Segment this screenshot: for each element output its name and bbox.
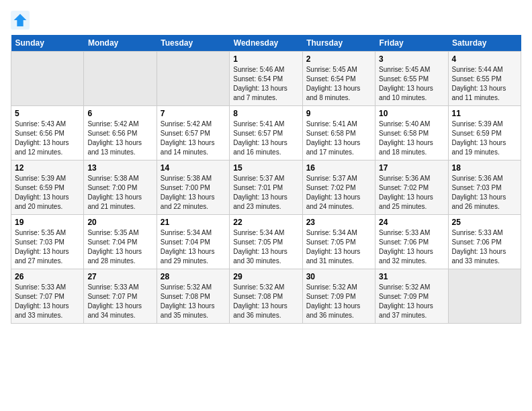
day-cell: 17 Sunrise: 5:36 AM Sunset: 7:02 PM Dayl… (375, 161, 448, 215)
day-cell: 19 Sunrise: 5:35 AM Sunset: 7:03 PM Dayl… (11, 215, 84, 269)
day-number: 16 (306, 163, 371, 173)
day-info: Sunrise: 5:34 AM Sunset: 7:05 PM Dayligh… (306, 228, 371, 266)
week-row-2: 5 Sunrise: 5:43 AM Sunset: 6:56 PM Dayli… (11, 106, 521, 161)
day-number: 27 (87, 272, 152, 281)
day-cell: 24 Sunrise: 5:33 AM Sunset: 7:06 PM Dayl… (375, 215, 448, 269)
day-cell: 27 Sunrise: 5:33 AM Sunset: 7:07 PM Dayl… (84, 269, 157, 324)
day-info: Sunrise: 5:33 AM Sunset: 7:07 PM Dayligh… (87, 283, 152, 320)
day-number: 5 (15, 109, 80, 118)
day-info: Sunrise: 5:41 AM Sunset: 6:58 PM Dayligh… (306, 120, 371, 157)
day-cell: 7 Sunrise: 5:42 AM Sunset: 6:57 PM Dayli… (157, 106, 229, 161)
day-info: Sunrise: 5:35 AM Sunset: 7:03 PM Dayligh… (15, 228, 80, 266)
day-number: 23 (306, 218, 371, 227)
day-number: 13 (87, 163, 152, 173)
day-number: 8 (233, 109, 298, 118)
day-cell: 13 Sunrise: 5:38 AM Sunset: 7:00 PM Dayl… (84, 161, 157, 215)
header-cell-monday: Monday (84, 35, 157, 52)
calendar-table: SundayMondayTuesdayWednesdayThursdayFrid… (11, 35, 521, 324)
calendar-body: 1 Sunrise: 5:46 AM Sunset: 6:54 PM Dayli… (11, 52, 521, 324)
day-info: Sunrise: 5:38 AM Sunset: 7:00 PM Dayligh… (87, 174, 152, 212)
day-info: Sunrise: 5:33 AM Sunset: 7:07 PM Dayligh… (15, 283, 80, 320)
day-number: 1 (233, 54, 298, 64)
day-cell: 25 Sunrise: 5:33 AM Sunset: 7:06 PM Dayl… (448, 215, 521, 269)
day-info: Sunrise: 5:32 AM Sunset: 7:09 PM Dayligh… (306, 283, 371, 320)
day-cell: 1 Sunrise: 5:46 AM Sunset: 6:54 PM Dayli… (230, 52, 302, 106)
day-cell: 4 Sunrise: 5:44 AM Sunset: 6:55 PM Dayli… (448, 52, 521, 106)
day-info: Sunrise: 5:45 AM Sunset: 6:55 PM Dayligh… (379, 65, 444, 103)
day-number: 31 (379, 272, 444, 281)
day-cell: 28 Sunrise: 5:32 AM Sunset: 7:08 PM Dayl… (157, 269, 229, 324)
day-info: Sunrise: 5:34 AM Sunset: 7:04 PM Dayligh… (161, 228, 226, 266)
day-number: 22 (233, 218, 298, 227)
day-info: Sunrise: 5:35 AM Sunset: 7:04 PM Dayligh… (87, 228, 152, 266)
day-info: Sunrise: 5:40 AM Sunset: 6:58 PM Dayligh… (379, 120, 444, 157)
header-cell-saturday: Saturday (448, 35, 521, 52)
day-cell: 29 Sunrise: 5:32 AM Sunset: 7:08 PM Dayl… (230, 269, 302, 324)
day-number: 24 (379, 218, 444, 227)
day-number: 15 (233, 163, 298, 173)
day-number: 4 (452, 54, 517, 64)
day-cell (11, 52, 84, 106)
day-number: 12 (15, 163, 80, 173)
week-row-4: 19 Sunrise: 5:35 AM Sunset: 7:03 PM Dayl… (11, 215, 521, 269)
header-cell-sunday: Sunday (11, 35, 84, 52)
day-cell: 23 Sunrise: 5:34 AM Sunset: 7:05 PM Dayl… (302, 215, 375, 269)
day-number: 26 (15, 272, 80, 281)
day-cell (448, 269, 521, 324)
day-cell: 5 Sunrise: 5:43 AM Sunset: 6:56 PM Dayli… (11, 106, 84, 161)
day-info: Sunrise: 5:39 AM Sunset: 6:59 PM Dayligh… (15, 174, 80, 212)
day-number: 20 (87, 218, 152, 227)
day-cell: 9 Sunrise: 5:41 AM Sunset: 6:58 PM Dayli… (302, 106, 375, 161)
header-cell-wednesday: Wednesday (230, 35, 302, 52)
day-info: Sunrise: 5:39 AM Sunset: 6:59 PM Dayligh… (452, 120, 517, 157)
day-info: Sunrise: 5:34 AM Sunset: 7:05 PM Dayligh… (233, 228, 298, 266)
header-cell-thursday: Thursday (302, 35, 375, 52)
day-cell: 8 Sunrise: 5:41 AM Sunset: 6:57 PM Dayli… (230, 106, 302, 161)
day-number: 9 (306, 109, 371, 118)
day-number: 21 (161, 218, 226, 227)
day-info: Sunrise: 5:36 AM Sunset: 7:02 PM Dayligh… (379, 174, 444, 212)
day-cell: 21 Sunrise: 5:34 AM Sunset: 7:04 PM Dayl… (157, 215, 229, 269)
day-number: 30 (306, 272, 371, 281)
day-cell (157, 52, 229, 106)
day-cell: 11 Sunrise: 5:39 AM Sunset: 6:59 PM Dayl… (448, 106, 521, 161)
week-row-3: 12 Sunrise: 5:39 AM Sunset: 6:59 PM Dayl… (11, 161, 521, 215)
header-row: SundayMondayTuesdayWednesdayThursdayFrid… (11, 35, 521, 52)
day-cell: 20 Sunrise: 5:35 AM Sunset: 7:04 PM Dayl… (84, 215, 157, 269)
day-number: 10 (379, 109, 444, 118)
day-number: 7 (161, 109, 226, 118)
day-cell: 31 Sunrise: 5:32 AM Sunset: 7:09 PM Dayl… (375, 269, 448, 324)
day-info: Sunrise: 5:42 AM Sunset: 6:57 PM Dayligh… (161, 120, 226, 157)
day-cell: 15 Sunrise: 5:37 AM Sunset: 7:01 PM Dayl… (230, 161, 302, 215)
day-info: Sunrise: 5:44 AM Sunset: 6:55 PM Dayligh… (452, 65, 517, 103)
day-number: 11 (452, 109, 517, 118)
day-cell: 18 Sunrise: 5:36 AM Sunset: 7:03 PM Dayl… (448, 161, 521, 215)
day-cell: 16 Sunrise: 5:37 AM Sunset: 7:02 PM Dayl… (302, 161, 375, 215)
day-cell: 14 Sunrise: 5:38 AM Sunset: 7:00 PM Dayl… (157, 161, 229, 215)
week-row-5: 26 Sunrise: 5:33 AM Sunset: 7:07 PM Dayl… (11, 269, 521, 324)
day-info: Sunrise: 5:45 AM Sunset: 6:54 PM Dayligh… (306, 65, 371, 103)
calendar-header: SundayMondayTuesdayWednesdayThursdayFrid… (11, 35, 521, 52)
day-number: 2 (306, 54, 371, 64)
day-cell: 2 Sunrise: 5:45 AM Sunset: 6:54 PM Dayli… (302, 52, 375, 106)
day-cell: 6 Sunrise: 5:42 AM Sunset: 6:56 PM Dayli… (84, 106, 157, 161)
day-info: Sunrise: 5:41 AM Sunset: 6:57 PM Dayligh… (233, 120, 298, 157)
day-number: 18 (452, 163, 517, 173)
header-cell-tuesday: Tuesday (157, 35, 229, 52)
logo-icon (11, 11, 30, 30)
day-cell: 30 Sunrise: 5:32 AM Sunset: 7:09 PM Dayl… (302, 269, 375, 324)
day-cell: 12 Sunrise: 5:39 AM Sunset: 6:59 PM Dayl… (11, 161, 84, 215)
day-number: 28 (161, 272, 226, 281)
page-header (11, 11, 521, 30)
day-info: Sunrise: 5:42 AM Sunset: 6:56 PM Dayligh… (87, 120, 152, 157)
day-info: Sunrise: 5:36 AM Sunset: 7:03 PM Dayligh… (452, 174, 517, 212)
header-cell-friday: Friday (375, 35, 448, 52)
day-info: Sunrise: 5:33 AM Sunset: 7:06 PM Dayligh… (452, 228, 517, 266)
day-info: Sunrise: 5:43 AM Sunset: 6:56 PM Dayligh… (15, 120, 80, 157)
day-number: 17 (379, 163, 444, 173)
day-cell (84, 52, 157, 106)
day-cell: 3 Sunrise: 5:45 AM Sunset: 6:55 PM Dayli… (375, 52, 448, 106)
day-info: Sunrise: 5:37 AM Sunset: 7:01 PM Dayligh… (233, 174, 298, 212)
day-number: 14 (161, 163, 226, 173)
day-number: 25 (452, 218, 517, 227)
